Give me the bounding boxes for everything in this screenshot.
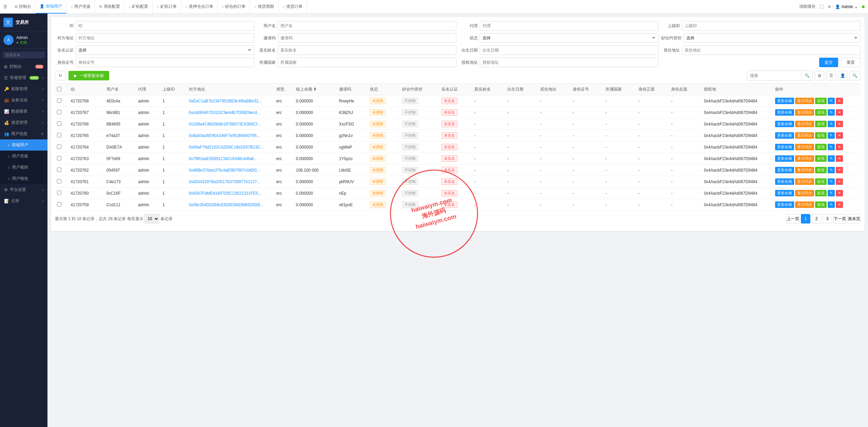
update-balance-row-btn[interactable]: 更新余额 xyxy=(775,190,794,196)
row-checkbox[interactable] xyxy=(57,168,61,172)
show-sync-btn[interactable]: 显示同步 xyxy=(795,167,814,173)
address-link[interactable]: 0x109a4C8b03b9b19766073C6366Cf... xyxy=(189,122,261,127)
address-link[interactable]: 0x48Be37bbe1F5c4aEf807607c0dD0... xyxy=(189,168,260,173)
fullscreen-icon[interactable]: ⛶ xyxy=(820,4,824,9)
show-sync-btn[interactable]: 显示同步 xyxy=(795,98,814,104)
filter-username-input[interactable] xyxy=(278,21,456,31)
update-balance-row-btn[interactable]: 更新余额 xyxy=(775,178,794,185)
nav-tab-miner-order[interactable]: ○ 矿机订单 xyxy=(153,0,181,14)
close-tab-icon[interactable]: ✕ xyxy=(828,4,831,9)
update-balance-btn[interactable]: ▶ 一键更新余额 xyxy=(68,71,109,80)
delete-btn[interactable]: ✕ xyxy=(836,155,843,162)
admin-expand-icon[interactable]: ⌄ xyxy=(854,4,858,9)
sidebar-item-permission[interactable]: 🔑 权限管理 › xyxy=(0,83,47,95)
filter-id-input[interactable] xyxy=(76,21,254,31)
address-link[interactable]: 0x69aF76d2102Cb2D8C18d1E67B23C... xyxy=(189,145,264,150)
nav-tab-pledge-order[interactable]: ○ 质押仓合订单 xyxy=(181,0,218,14)
filter-kyc-select[interactable]: 选择 已实名 未实名 xyxy=(76,45,254,55)
update-balance-row-btn[interactable]: 更新余额 xyxy=(775,155,794,162)
delete-btn[interactable]: ✕ xyxy=(836,109,843,116)
clear-cache-btn[interactable]: 清除缓存 xyxy=(799,4,815,9)
page-btn-1[interactable]: 1 xyxy=(801,214,810,224)
update-balance-row-btn[interactable]: 更新余额 xyxy=(775,98,794,104)
edit-btn[interactable]: ✎ xyxy=(828,109,835,116)
show-sync-btn[interactable]: 显示同步 xyxy=(795,144,814,150)
filter-residence-input[interactable] xyxy=(682,45,861,55)
row-checkbox[interactable] xyxy=(57,156,61,160)
show-sync-btn[interactable]: 显示同步 xyxy=(795,132,814,139)
edit-btn[interactable]: ✎ xyxy=(828,98,835,104)
withdraw-btn[interactable]: 提现 xyxy=(815,167,827,173)
sidebar-item-frontend-user[interactable]: ○ 前端用户 xyxy=(0,139,47,151)
edit-btn[interactable]: ✎ xyxy=(828,144,835,150)
delete-btn[interactable]: ✕ xyxy=(836,178,843,185)
edit-btn[interactable]: ✎ xyxy=(828,178,835,185)
delete-btn[interactable]: ✕ xyxy=(836,167,843,173)
delete-btn[interactable]: ✕ xyxy=(836,144,843,150)
update-balance-row-btn[interactable]: 更新余额 xyxy=(775,201,794,208)
row-checkbox[interactable] xyxy=(57,121,61,126)
nav-tab-frontend-user[interactable]: 👤 前端用户 xyxy=(36,0,66,14)
nav-tab-loan-order[interactable]: ○ 借贷订单 xyxy=(278,0,307,14)
address-link[interactable]: 0x8a83ac6E96A346F7e9f1B9d40795... xyxy=(189,133,260,138)
filter-birth-input[interactable] xyxy=(480,45,658,55)
withdraw-btn[interactable]: 提现 xyxy=(815,132,827,139)
filter-status-select[interactable]: 选择 已授权 未授权 xyxy=(480,33,658,43)
delete-btn[interactable]: ✕ xyxy=(836,132,843,139)
update-balance-row-btn[interactable]: 更新余额 xyxy=(775,121,794,127)
withdraw-btn[interactable]: 提现 xyxy=(815,121,827,127)
row-checkbox[interactable] xyxy=(57,144,61,149)
row-checkbox[interactable] xyxy=(57,179,61,183)
nav-tab-user-recharge[interactable]: ○ 用户充值 xyxy=(66,0,95,14)
sidebar-search-input[interactable] xyxy=(3,52,45,58)
withdraw-btn[interactable]: 提现 xyxy=(815,109,827,116)
page-btn-3[interactable]: 3 xyxy=(823,214,832,224)
edit-btn[interactable]: ✎ xyxy=(828,155,835,162)
update-balance-row-btn[interactable]: 更新余额 xyxy=(775,132,794,139)
delete-btn[interactable]: ✕ xyxy=(836,98,843,104)
edit-btn[interactable]: ✎ xyxy=(828,167,835,173)
show-sync-btn[interactable]: 显示同步 xyxy=(795,178,814,185)
row-checkbox[interactable] xyxy=(57,110,61,114)
edit-btn[interactable]: ✎ xyxy=(828,121,835,127)
filter-sand-control-select[interactable]: 选择 控制 不控制 xyxy=(684,33,861,43)
row-checkbox[interactable] xyxy=(57,133,61,137)
refresh-btn[interactable]: ↻ xyxy=(55,71,66,80)
filter-id-card-input[interactable] xyxy=(76,58,254,67)
filter-address-input[interactable] xyxy=(76,33,254,43)
update-balance-row-btn[interactable]: 更新余额 xyxy=(775,144,794,150)
filter-country-input[interactable] xyxy=(278,58,456,67)
withdraw-btn[interactable]: 提现 xyxy=(815,155,827,162)
reset-btn[interactable]: 重置 xyxy=(841,58,861,67)
withdraw-btn[interactable]: 提现 xyxy=(815,144,827,150)
row-checkbox[interactable] xyxy=(57,98,61,103)
menu-toggle-icon[interactable]: ☰ xyxy=(3,4,7,9)
filter-invite-input[interactable] xyxy=(278,33,456,43)
page-btn-2[interactable]: 2 xyxy=(812,214,821,224)
per-page-select[interactable]: 10 20 50 xyxy=(144,214,159,224)
address-link[interactable]: 0xEeC1aB7b2347952BE9c4f8aBBe32... xyxy=(189,99,262,103)
address-link[interactable]: 0xcb0894F2531DC9e4dE7f35829ecd... xyxy=(189,110,260,115)
show-sync-btn[interactable]: 显示同步 xyxy=(795,109,814,116)
withdraw-btn[interactable]: 提现 xyxy=(815,178,827,185)
last-page-btn[interactable]: 第末页 xyxy=(848,214,861,224)
sidebar-item-business[interactable]: 💼 业务活动 › xyxy=(0,95,47,106)
select-all-checkbox[interactable] xyxy=(57,87,61,91)
user-settings-btn[interactable]: 👤 xyxy=(838,71,847,80)
sidebar-item-user-recharge[interactable]: ○ 用户充值 xyxy=(0,151,47,162)
row-checkbox[interactable] xyxy=(57,191,61,195)
sidebar-item-data-report[interactable]: 📊 数据报表 › xyxy=(0,106,47,117)
grid-view-btn[interactable]: ⊞ xyxy=(815,71,824,80)
nav-tab-miner-config[interactable]: ○ 矿机配置 xyxy=(124,0,153,14)
sidebar-item-dashboard[interactable]: ⊞ 控制台 hot xyxy=(0,61,47,72)
edit-btn[interactable]: ✎ xyxy=(828,132,835,139)
update-balance-row-btn[interactable]: 更新余额 xyxy=(775,109,794,116)
sidebar-item-platform-settings[interactable]: ⚙ 平台设置 › xyxy=(0,184,47,195)
sidebar-item-user-rule[interactable]: ○ 用户规则 xyxy=(0,162,47,173)
nav-tab-sys-config[interactable]: ⚙ 系统配置 xyxy=(95,0,124,14)
next-page-btn[interactable]: 下一页 xyxy=(833,214,846,224)
table-search-btn[interactable]: 🔍 xyxy=(802,71,812,80)
show-sync-btn[interactable]: 显示同步 xyxy=(795,190,814,196)
address-link[interactable]: 0xd33432979a20517E0739977b1127... xyxy=(189,179,260,184)
delete-btn[interactable]: ✕ xyxy=(836,201,843,208)
